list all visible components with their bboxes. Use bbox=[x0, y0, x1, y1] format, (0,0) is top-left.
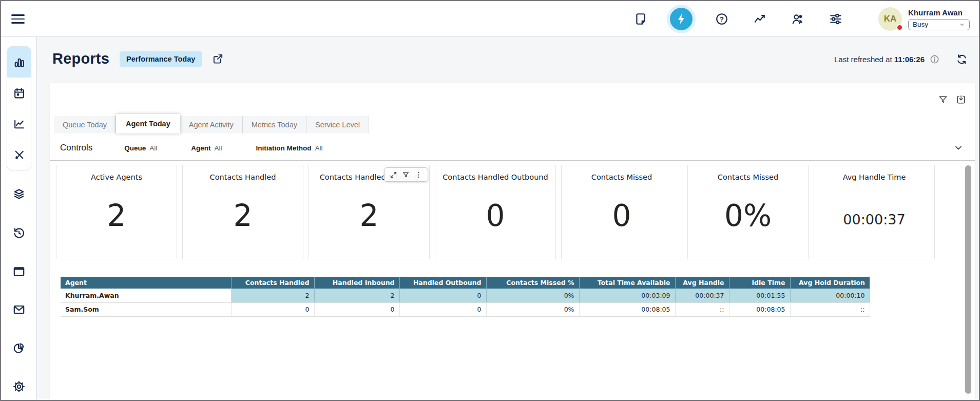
controls-bar: Controls Queue All Agent All Initiation … bbox=[60, 137, 357, 159]
refresh-icon[interactable] bbox=[956, 53, 968, 65]
pie-chart-icon bbox=[12, 341, 26, 355]
sidebar-item-messages[interactable] bbox=[12, 302, 26, 317]
kpi-value: 2 bbox=[309, 198, 429, 233]
line-chart-icon bbox=[13, 118, 26, 130]
note-icon[interactable] bbox=[634, 12, 647, 26]
sidebar-item-analytics[interactable] bbox=[12, 340, 26, 356]
kpi-value: 0% bbox=[688, 198, 808, 233]
avatar-initials: KA bbox=[884, 14, 897, 24]
col-handled-outbound[interactable]: Handled Outbound bbox=[399, 277, 486, 289]
last-refreshed-time: 11:06:26 bbox=[894, 55, 925, 64]
tab-service-level[interactable]: Service Level bbox=[306, 116, 369, 133]
calendar-icon bbox=[13, 87, 26, 100]
table-row: Khurram.Awan 2 2 0 0% 00:03:09 00:00:37 … bbox=[61, 289, 870, 302]
status-dot bbox=[896, 24, 903, 31]
info-icon[interactable] bbox=[930, 54, 939, 64]
tab-agent-today[interactable]: Agent Today bbox=[116, 114, 180, 133]
history-icon bbox=[12, 226, 26, 240]
main-content: Reports Performance Today Last refreshed… bbox=[37, 37, 979, 400]
col-avg-handle[interactable]: Avg Handle bbox=[675, 277, 729, 289]
table-row: Sam.Som 0 0 0 0% 00:08:05 :: 00:08:05 :: bbox=[61, 302, 870, 316]
filter-initiation-method[interactable]: Initiation Method All bbox=[256, 144, 323, 152]
user-name: Khurram Awan bbox=[908, 8, 970, 17]
tab-queue-today[interactable]: Queue Today bbox=[54, 116, 116, 133]
sidebar-item-dashboards[interactable] bbox=[12, 264, 26, 279]
filter-icon[interactable] bbox=[938, 94, 948, 105]
sidebar-item-settings[interactable] bbox=[12, 379, 26, 394]
svg-text:?: ? bbox=[720, 15, 724, 23]
report-badge: Performance Today bbox=[120, 51, 202, 67]
sidebar-item-scheduled-reports[interactable] bbox=[7, 78, 31, 108]
col-avg-hold-duration[interactable]: Avg Hold Duration bbox=[790, 277, 870, 289]
users-icon[interactable] bbox=[791, 12, 804, 26]
kpi-card-avg-handle-time: Avg Handle Time 00:00:37 bbox=[814, 165, 935, 259]
report-toolbar bbox=[938, 94, 966, 105]
help-icon[interactable]: ? bbox=[715, 12, 728, 26]
kpi-card-contacts-handled: Contacts Handled 2 bbox=[182, 165, 303, 259]
kpi-card-active-agents: Active Agents 2 bbox=[56, 165, 177, 259]
hamburger-menu-icon[interactable] bbox=[11, 12, 25, 25]
col-contacts-missed-pct[interactable]: Contacts Missed % bbox=[486, 277, 579, 289]
layers-icon bbox=[12, 187, 26, 201]
kpi-value: 2 bbox=[183, 198, 303, 233]
user-area: KA Khurram Awan Busy bbox=[878, 7, 970, 31]
export-icon[interactable] bbox=[956, 94, 966, 105]
status-select[interactable]: Busy bbox=[908, 19, 970, 30]
last-refreshed: Last refreshed at 11:06:26 bbox=[834, 53, 968, 65]
kpi-card-contacts-handled-outbound: Contacts Handled Outbound 0 bbox=[435, 165, 556, 259]
filter-icon[interactable] bbox=[402, 171, 410, 179]
kpi-value: 0 bbox=[435, 198, 555, 233]
gear-icon bbox=[12, 380, 26, 393]
col-idle-time[interactable]: Idle Time bbox=[729, 277, 790, 289]
report-panel: Queue Today Agent Today Agent Activity M… bbox=[50, 83, 975, 400]
analytics-icon[interactable] bbox=[753, 12, 766, 26]
sidebar-item-realtime-metrics[interactable] bbox=[7, 47, 31, 78]
expand-icon[interactable] bbox=[390, 171, 397, 179]
kpi-card-contacts-missed: Contacts Missed 0 bbox=[561, 165, 682, 259]
controls-title: Controls bbox=[60, 143, 92, 153]
col-contacts-handled[interactable]: Contacts Handled bbox=[231, 277, 314, 289]
kpi-value: 0 bbox=[562, 198, 682, 233]
report-tabs: Queue Today Agent Today Agent Activity M… bbox=[54, 114, 369, 133]
window-icon bbox=[12, 265, 26, 278]
sidebar-item-collections[interactable] bbox=[12, 186, 26, 202]
page-title: Reports bbox=[52, 50, 109, 67]
controls-divider bbox=[50, 160, 975, 161]
col-agent[interactable]: Agent bbox=[61, 277, 231, 289]
status-select-value: Busy bbox=[913, 21, 928, 28]
chevron-down-icon bbox=[959, 22, 965, 28]
avatar[interactable]: KA bbox=[878, 7, 902, 31]
last-refreshed-label: Last refreshed at bbox=[834, 55, 892, 64]
app-window: ? KA bbox=[0, 0, 980, 401]
sidebar-report-group bbox=[7, 46, 31, 170]
topbar-actions: ? KA bbox=[634, 1, 970, 37]
visual-hover-toolbar bbox=[384, 167, 428, 182]
tab-metrics-today[interactable]: Metrics Today bbox=[243, 116, 306, 133]
kpi-card-contacts-missed-pct: Contacts Missed 0% bbox=[687, 165, 809, 259]
sidebar-item-report-designer[interactable] bbox=[7, 139, 31, 170]
mail-icon bbox=[12, 303, 26, 316]
quick-actions-button[interactable] bbox=[667, 5, 696, 33]
table-header-row: Agent Contacts Handled Handled Inbound H… bbox=[61, 277, 870, 289]
kpi-cards: Active Agents 2 Contacts Handled 2 Conta… bbox=[56, 165, 935, 259]
design-icon bbox=[13, 148, 26, 161]
filter-queue[interactable]: Queue All bbox=[124, 144, 157, 152]
tab-agent-activity[interactable]: Agent Activity bbox=[180, 116, 243, 133]
sidebar bbox=[1, 37, 37, 400]
controls-collapse-chevron-icon[interactable] bbox=[953, 143, 964, 153]
agent-table: Agent Contacts Handled Handled Inbound H… bbox=[61, 277, 870, 317]
col-total-time-available[interactable]: Total Time Available bbox=[579, 277, 675, 289]
sidebar-item-historical-metrics[interactable] bbox=[7, 108, 31, 139]
kpi-value: 00:00:37 bbox=[814, 212, 934, 227]
col-handled-inbound[interactable]: Handled Inbound bbox=[314, 277, 399, 289]
more-icon[interactable] bbox=[415, 171, 422, 179]
sliders-icon[interactable] bbox=[829, 12, 842, 26]
sidebar-item-history[interactable] bbox=[12, 225, 26, 241]
top-bar: ? KA bbox=[1, 1, 979, 37]
page-header: Reports Performance Today bbox=[52, 50, 224, 67]
vertical-scrollbar[interactable] bbox=[965, 165, 971, 394]
external-link-icon[interactable] bbox=[212, 53, 224, 65]
kpi-card-contacts-handled-inbound: Contacts Handled Inbound 2 bbox=[309, 165, 430, 259]
kpi-value: 2 bbox=[56, 198, 177, 233]
filter-agent[interactable]: Agent All bbox=[191, 144, 222, 152]
